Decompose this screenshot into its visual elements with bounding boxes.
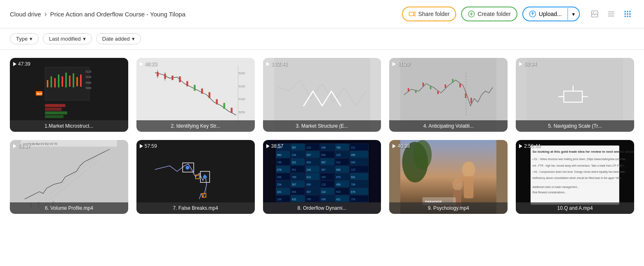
video-card-4[interactable]: 51:29 4. Anticipating Volatili...: [389, 58, 508, 132]
svg-rect-12: [627, 11, 628, 12]
video-title-9: 9. Psychology.mp4: [389, 202, 508, 214]
last-modified-filter-button[interactable]: Last modified ▾: [43, 33, 92, 44]
play-icon-1: [13, 62, 16, 66]
create-folder-button[interactable]: Create folder: [461, 7, 517, 21]
video-title-6: 6. Volume Profile.mp4: [10, 202, 128, 214]
svg-text:789: 789: [336, 146, 341, 149]
svg-text:789: 789: [292, 175, 296, 178]
svg-rect-49: [201, 89, 203, 94]
video-card-8[interactable]: 234 567 123 456 789 321 890: [263, 140, 381, 214]
svg-rect-23: [51, 76, 52, 87]
svg-text:Additional notes on trade mana: Additional notes on trade management...: [533, 186, 579, 189]
svg-rect-19: [629, 16, 630, 17]
svg-text:109: 109: [277, 197, 282, 200]
play-icon-3: [266, 62, 270, 66]
video-card-9[interactable]: PARADISE 40:38 9. Psychology.mp4: [389, 140, 508, 214]
header-actions: Share folder Create folder Upload...: [402, 7, 634, 21]
video-title-10: 10.Q and A.mp4: [516, 202, 634, 214]
upload-dropdown-button[interactable]: ▾: [568, 8, 579, 20]
svg-text:BUY: BUY: [37, 92, 43, 95]
svg-rect-46: [179, 76, 180, 82]
svg-rect-11: [625, 11, 626, 12]
video-card-3[interactable]: 1:02:41 3. Market Structure (E...: [263, 58, 381, 132]
grid-icon: [623, 10, 632, 18]
svg-text:567: 567: [292, 183, 296, 186]
video-card-10[interactable]: So looking at this gold trade idea for r…: [516, 140, 634, 214]
video-card-2[interactable]: 5200 5150 5100 5050 46:23 2. Identifying…: [136, 58, 255, 132]
svg-text:421: 421: [336, 197, 341, 200]
video-grid: 5120 5100 5080 5060 BUY 47:39 1.Market M…: [0, 50, 644, 222]
create-icon: [468, 10, 475, 18]
svg-rect-38: [45, 111, 67, 114]
svg-text:5100: 5100: [85, 76, 91, 78]
svg-text:210: 210: [321, 190, 326, 193]
svg-rect-14: [625, 13, 626, 14]
svg-text:012: 012: [307, 175, 311, 178]
svg-text:567: 567: [321, 168, 326, 171]
svg-text:123: 123: [351, 168, 355, 171]
svg-rect-30: [76, 77, 78, 86]
view-icons: [588, 7, 634, 21]
play-icon-5: [519, 62, 522, 66]
video-card-5[interactable]: 50:34 5. Navigating Scale (Tr...: [516, 58, 634, 132]
svg-text:456: 456: [351, 154, 355, 156]
svg-text:123: 123: [307, 146, 311, 149]
svg-rect-24: [54, 78, 56, 87]
svg-rect-44: [164, 74, 166, 79]
image-view-button[interactable]: [588, 7, 601, 21]
video-card-1[interactable]: 5120 5100 5080 5060 BUY 47:39 1.Market M…: [10, 58, 128, 132]
svg-text:789: 789: [351, 183, 355, 186]
svg-text:So looking at this gold trade : So looking at this gold trade idea for r…: [533, 150, 634, 154]
svg-rect-68: [430, 86, 432, 89]
svg-rect-50: [208, 92, 210, 98]
breadcrumb-home[interactable]: Cloud drive: [10, 11, 41, 18]
svg-rect-45: [171, 76, 173, 80]
svg-text:234: 234: [307, 168, 311, 171]
svg-text:234: 234: [277, 183, 282, 186]
svg-text:123: 123: [336, 154, 341, 156]
svg-text:321: 321: [277, 190, 282, 193]
svg-rect-15: [627, 13, 628, 14]
play-icon-7: [140, 144, 143, 148]
svg-rect-6: [592, 11, 598, 17]
svg-point-199: [413, 140, 432, 170]
svg-text:987: 987: [321, 161, 326, 164]
svg-rect-26: [62, 76, 63, 87]
share-folder-button[interactable]: Share folder: [402, 7, 456, 21]
grid-view-button[interactable]: [621, 7, 634, 21]
play-icon-10: [519, 144, 522, 148]
duration-badge-5: 50:34: [519, 61, 536, 67]
svg-rect-27: [65, 73, 67, 87]
svg-rect-51: [216, 99, 217, 105]
video-card-6[interactable]: Log Fit Dbl Bar DV EQ VO TO 53:17 6. Vol…: [10, 140, 128, 214]
video-title-1: 1.Market Microstruct...: [10, 120, 128, 132]
date-added-filter-button[interactable]: Date added ▾: [96, 33, 141, 44]
svg-rect-69: [437, 91, 439, 94]
svg-text:567: 567: [307, 154, 311, 156]
svg-text:5120: 5120: [85, 70, 91, 73]
duration-badge-3: 1:02:41: [266, 61, 288, 67]
svg-text:678: 678: [277, 168, 282, 171]
upload-icon: [529, 10, 536, 18]
list-view-button[interactable]: [605, 7, 618, 21]
svg-text:789: 789: [277, 161, 282, 164]
duration-badge-1: 47:39: [13, 61, 30, 67]
svg-rect-13: [629, 11, 630, 12]
duration-badge-4: 51:29: [392, 61, 410, 67]
svg-rect-16: [629, 13, 630, 14]
svg-point-202: [464, 162, 473, 172]
duration-badge-9: 40:38: [392, 143, 410, 149]
duration-badge-7: 57:59: [140, 143, 157, 149]
svg-text:• D1 - Yellow structure was ho: • D1 - Yellow structure was holding pric…: [533, 158, 627, 161]
breadcrumb: Cloud drive › Price Action and Orderflow…: [10, 10, 185, 18]
svg-rect-29: [73, 73, 74, 87]
video-title-4: 4. Anticipating Volatili...: [389, 120, 508, 132]
upload-button[interactable]: Upload...: [523, 7, 568, 21]
svg-rect-48: [194, 85, 195, 91]
svg-text:234: 234: [292, 154, 296, 156]
play-icon-9: [392, 144, 396, 148]
svg-rect-0: [409, 12, 413, 16]
video-card-7[interactable]: 57:59 7. False Breaks.mp4: [136, 140, 255, 214]
type-filter-button[interactable]: Type ▾: [10, 33, 39, 44]
svg-text:987: 987: [307, 190, 311, 193]
